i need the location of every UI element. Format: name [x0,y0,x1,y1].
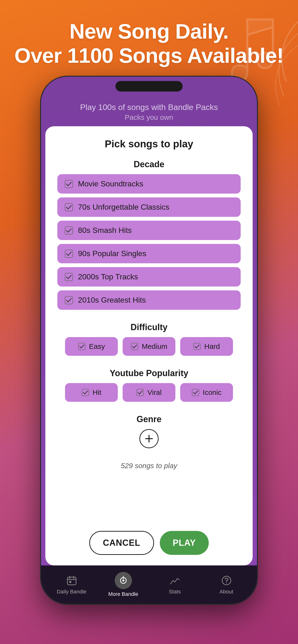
decade-section: Decade Movie Soundtracks 70s Unforgettab… [57,159,241,314]
svg-rect-18 [69,581,71,583]
option-label-80s: 80s Smash Hits [78,226,132,235]
nav-label-stats: Stats [169,589,181,595]
option-movie-soundtracks[interactable]: Movie Soundtracks [57,174,241,194]
option-70s[interactable]: 70s Unforgettable Classics [57,198,241,217]
option-label-70s: 70s Unforgettable Classics [78,203,169,212]
play-button[interactable]: PLAY [160,531,209,555]
check-icon-2010s [65,296,73,304]
screen-header-subtitle: Packs you own [51,113,247,122]
popularity-row: Hit Viral Iconic [57,383,241,402]
check-icon-movie [65,180,73,188]
plus-icon [144,434,154,444]
option-label-iconic: Iconic [203,388,221,396]
dynamic-island [115,81,183,92]
option-80s[interactable]: 80s Smash Hits [57,221,241,240]
nav-label-more: More Bandle [108,591,138,597]
popularity-section-label: Youtube Popularity [57,368,241,378]
option-2000s[interactable]: 2000s Top Tracks [57,267,241,286]
chart-icon [169,574,181,587]
check-icon-viral [136,388,144,396]
option-label-viral: Viral [147,388,162,396]
modal-title: Pick songs to play [57,138,241,150]
check-icon-hard [193,342,201,350]
option-label-hit: Hit [93,388,101,396]
decade-section-label: Decade [57,159,241,170]
phone-frame: Play 100s of songs with Bandle Packs Pac… [41,77,257,604]
difficulty-section-label: Difficulty [57,322,241,332]
more-bandle-circle [115,572,132,589]
option-label-2000s: 2000s Top Tracks [78,272,138,281]
bottom-nav: Daily Bandle More Bandle [41,566,257,604]
check-icon-easy [78,342,86,350]
screen-header-title: Play 100s of songs with Bandle Packs [51,102,247,112]
action-buttons: CANCEL PLAY [57,528,241,555]
option-label-2010s: 2010s Greatest Hits [78,296,146,304]
cancel-button[interactable]: CANCEL [89,531,154,555]
modal-card: Pick songs to play Decade Movie Soundtra… [45,126,253,566]
option-hit[interactable]: Hit [65,383,118,402]
nav-daily-bandle[interactable]: Daily Bandle [46,574,97,595]
option-label-medium: Medium [142,342,168,350]
genre-add-button[interactable] [139,429,159,448]
option-label-easy: Easy [89,342,105,350]
nav-about[interactable]: About [201,574,252,595]
difficulty-section: Difficulty Easy Medium [57,322,241,360]
genre-section: Genre [57,414,241,453]
check-icon-80s [65,226,73,235]
nav-label-daily: Daily Bandle [57,589,87,595]
phone-notch [41,77,257,96]
check-icon-hit [82,388,89,396]
phone-screen: Play 100s of songs with Bandle Packs Pac… [41,96,257,604]
check-icon-2000s [65,273,73,281]
nav-stats[interactable]: Stats [149,574,201,595]
option-viral[interactable]: Viral [123,383,175,402]
calendar-icon [66,574,78,587]
check-icon-90s [65,250,73,258]
question-icon [220,574,233,587]
option-iconic[interactable]: Iconic [180,383,233,402]
option-90s[interactable]: 90s Popular Singles [57,244,241,263]
nav-more-bandle[interactable]: More Bandle [97,572,149,597]
difficulty-row: Easy Medium Hard [57,337,241,356]
svg-rect-14 [67,577,76,585]
nav-label-about: About [220,589,233,595]
popularity-section: Youtube Popularity Hit [57,368,241,406]
option-label-hard: Hard [204,342,220,350]
svg-point-23 [226,582,227,584]
option-hard[interactable]: Hard [180,337,233,356]
option-easy[interactable]: Easy [65,337,118,356]
option-2010s[interactable]: 2010s Greatest Hits [57,290,241,310]
svg-point-20 [122,580,124,582]
check-icon-medium [131,342,138,350]
option-label-90s: 90s Popular Singles [78,249,146,258]
screen-header: Play 100s of songs with Bandle Packs Pac… [41,96,257,126]
check-icon-70s [65,203,73,212]
genre-section-label: Genre [57,414,241,424]
check-icon-iconic [192,388,199,396]
option-label-movie: Movie Soundtracks [78,180,143,188]
option-medium[interactable]: Medium [123,337,175,356]
songs-count: 529 songs to play [57,462,241,470]
